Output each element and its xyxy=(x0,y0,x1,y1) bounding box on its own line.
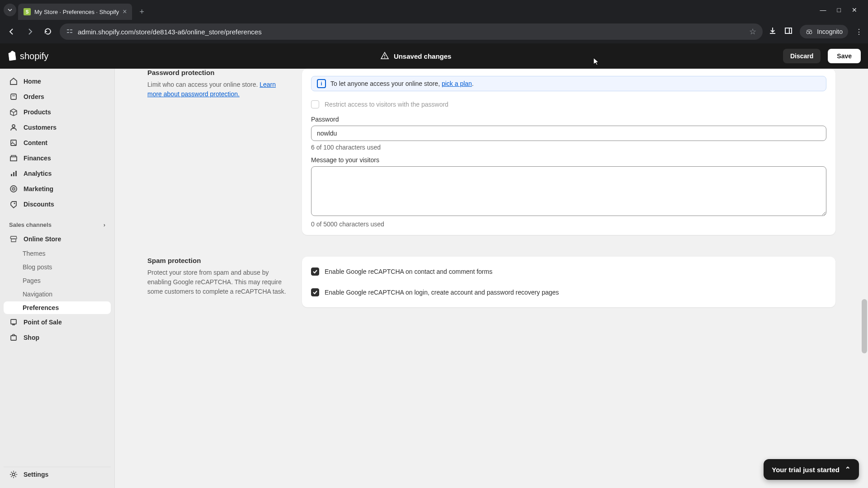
sidebar-item-home[interactable]: Home xyxy=(4,74,111,89)
restrict-access-row: Restrict access to visitors with the pas… xyxy=(311,99,826,110)
svg-point-26 xyxy=(12,473,15,476)
trial-badge-label: Your trial just started xyxy=(772,466,840,474)
section-title: Spam protection xyxy=(147,257,288,264)
close-icon[interactable]: × xyxy=(123,8,127,16)
section-info: Password protection Limit who can access… xyxy=(147,69,288,235)
pos-icon xyxy=(9,318,18,327)
save-button[interactable]: Save xyxy=(828,49,861,63)
recaptcha-contact-row[interactable]: Enable Google reCAPTCHA on contact and c… xyxy=(311,264,826,279)
banner-suffix: . xyxy=(472,80,474,87)
shopify-header: shopify Unsaved changes Discard Save xyxy=(0,43,868,69)
svg-point-22 xyxy=(14,203,15,204)
shopify-logo[interactable]: shopify xyxy=(7,51,48,61)
sidebar-label: Finances xyxy=(24,155,51,162)
scrollbar-track[interactable] xyxy=(861,69,868,488)
discard-button[interactable]: Discard xyxy=(783,49,821,63)
desc-text: Limit who can access your online store. xyxy=(147,81,259,88)
spam-card: Enable Google reCAPTCHA on contact and c… xyxy=(302,257,835,307)
sidebar-item-finances[interactable]: Finances xyxy=(4,151,111,165)
shop-icon xyxy=(9,333,18,342)
svg-rect-3 xyxy=(70,32,72,33)
svg-rect-1 xyxy=(70,29,72,30)
incognito-badge[interactable]: Incognito xyxy=(800,25,848,38)
sidebar-item-discounts[interactable]: Discounts xyxy=(4,197,111,211)
svg-point-7 xyxy=(809,31,812,34)
sidebar-label: Products xyxy=(24,108,51,116)
close-window-icon[interactable]: ✕ xyxy=(852,6,857,14)
sidebar-item-marketing[interactable]: Marketing xyxy=(4,182,111,196)
svg-rect-18 xyxy=(15,171,17,176)
unsaved-label: Unsaved changes xyxy=(394,52,452,60)
sidebar-label: Shop xyxy=(24,334,39,341)
finances-icon xyxy=(9,154,18,163)
sidebar-sub-preferences[interactable]: Preferences xyxy=(4,301,111,314)
sidebar-item-products[interactable]: Products xyxy=(4,105,111,119)
sidebar-sub-themes[interactable]: Themes xyxy=(4,247,111,260)
sidebar-sub-pages[interactable]: Pages xyxy=(4,274,111,287)
browser-tab[interactable]: S My Store · Preferences · Shopify × xyxy=(18,4,132,20)
window-controls: — □ ✕ xyxy=(820,6,864,14)
message-textarea[interactable] xyxy=(311,166,826,216)
svg-point-21 xyxy=(13,188,14,189)
password-protection-section: Password protection Limit who can access… xyxy=(129,69,854,235)
restrict-access-label: Restrict access to visitors with the pas… xyxy=(325,101,448,108)
svg-rect-0 xyxy=(67,29,69,30)
sidebar-item-content[interactable]: Content xyxy=(4,136,111,150)
message-label: Message to your visitors xyxy=(311,156,826,164)
sidebar-sub-navigation[interactable]: Navigation xyxy=(4,288,111,300)
sales-channels-header: Sales channels › xyxy=(4,218,111,232)
svg-point-14 xyxy=(12,141,13,142)
new-tab-button[interactable]: + xyxy=(134,7,150,17)
recaptcha-contact-label: Enable Google reCAPTCHA on contact and c… xyxy=(325,268,492,275)
discounts-icon xyxy=(9,200,18,209)
toolbar-icons: Incognito ⋮ xyxy=(768,25,863,38)
trial-badge[interactable]: Your trial just started ⌃ xyxy=(764,459,859,480)
recaptcha-login-checkbox[interactable] xyxy=(311,288,319,296)
sidebar-item-settings[interactable]: Settings xyxy=(4,467,111,482)
menu-icon[interactable]: ⋮ xyxy=(855,28,863,36)
download-icon[interactable] xyxy=(768,26,777,37)
analytics-icon xyxy=(9,169,18,178)
sidebar-item-analytics[interactable]: Analytics xyxy=(4,166,111,181)
sidebar-sub-blog-posts[interactable]: Blog posts xyxy=(4,261,111,273)
tab-title: My Store · Preferences · Shopify xyxy=(34,9,119,15)
forward-button[interactable] xyxy=(24,25,36,38)
sidebar-label: Content xyxy=(24,139,47,146)
sidebar-item-point-of-sale[interactable]: Point of Sale xyxy=(4,315,111,329)
chevron-right-icon[interactable]: › xyxy=(104,221,105,228)
maximize-icon[interactable]: □ xyxy=(837,6,841,14)
sidebar-item-customers[interactable]: Customers xyxy=(4,120,111,135)
tab-search-icon[interactable] xyxy=(4,4,16,16)
sidebar-label: Online Store xyxy=(24,235,61,243)
url-text: admin.shopify.com/store/de8143-a6/online… xyxy=(78,28,745,36)
svg-rect-10 xyxy=(11,94,16,99)
site-settings-icon[interactable] xyxy=(66,28,73,36)
password-label: Password xyxy=(311,116,826,123)
svg-point-6 xyxy=(807,31,809,34)
scrollbar-thumb[interactable] xyxy=(862,299,867,353)
recaptcha-login-label: Enable Google reCAPTCHA on login, create… xyxy=(325,289,559,296)
sidebar-label: Settings xyxy=(24,471,48,478)
minimize-icon[interactable]: — xyxy=(820,6,826,14)
banner-text: To let anyone access your online store, xyxy=(330,80,442,87)
back-button[interactable] xyxy=(5,25,18,38)
sidebar-item-online-store[interactable]: Online Store xyxy=(4,232,111,246)
orders-icon xyxy=(9,92,18,101)
reload-button[interactable] xyxy=(42,25,54,38)
bookmark-icon[interactable]: ☆ xyxy=(749,27,756,37)
panel-icon[interactable] xyxy=(784,27,793,37)
sidebar-label: Discounts xyxy=(24,201,54,208)
pick-plan-link[interactable]: pick a plan xyxy=(442,80,472,87)
recaptcha-contact-checkbox[interactable] xyxy=(311,267,319,276)
sidebar-label: Analytics xyxy=(24,170,52,177)
sidebar-item-orders[interactable]: Orders xyxy=(4,89,111,104)
recaptcha-login-row[interactable]: Enable Google reCAPTCHA on login, create… xyxy=(311,285,826,300)
message-helper: 0 of 5000 characters used xyxy=(311,221,826,228)
section-desc: Protect your store from spam and abuse b… xyxy=(147,268,288,296)
section-header-label: Sales channels xyxy=(9,221,52,228)
sidebar-item-shop[interactable]: Shop xyxy=(4,330,111,345)
password-input[interactable] xyxy=(311,126,826,141)
address-bar[interactable]: admin.shopify.com/store/de8143-a6/online… xyxy=(60,23,763,40)
svg-rect-16 xyxy=(11,174,12,176)
sidebar-label: Customers xyxy=(24,124,57,131)
